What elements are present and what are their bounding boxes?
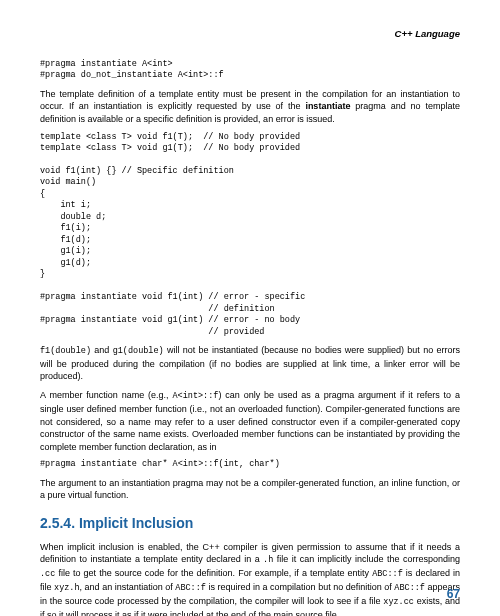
paragraph-implicit-inclusion: When implicit inclusion is enabled, the … (40, 541, 460, 616)
inline-code: g1(double) (113, 346, 164, 356)
para-text: , and an instantiation of (80, 582, 176, 592)
para-text: is required in a compilation but no defi… (206, 582, 394, 592)
keyword-instantiate: instantiate (305, 101, 350, 111)
inline-code: A<int>::f (172, 391, 218, 401)
inline-code: xyz.cc (383, 597, 414, 607)
inline-code: ABC::f (175, 583, 206, 593)
inline-code: f1(double) (40, 346, 91, 356)
paragraph-not-instantiated: f1(double) and g1(double) will not be in… (40, 344, 460, 383)
para-text: A member function name (e.g., (40, 390, 172, 400)
paragraph-instantiation-argument: The argument to an instantiation pragma … (40, 477, 460, 502)
inline-code: ABC::f (372, 569, 403, 579)
para-text: file to get the source code for the defi… (55, 568, 372, 578)
code-block-template-example: template <class T> void f1(T); // No bod… (40, 132, 460, 338)
para-text: file it can implicitly include the corre… (273, 554, 460, 564)
inline-code: xyz.h (54, 583, 80, 593)
inline-code: .h (263, 555, 273, 565)
code-block-pragma-instantiate: #pragma instantiate A<int> #pragma do_no… (40, 59, 460, 82)
page-number: 67 (447, 586, 460, 602)
code-block-pragma-char: #pragma instantiate char* A<int>::f(int,… (40, 459, 460, 470)
inline-code: ABC::f (394, 583, 425, 593)
paragraph-member-function: A member function name (e.g., A<int>::f)… (40, 389, 460, 453)
page-header-title: C++ Language (40, 28, 460, 41)
inline-code: .cc (40, 569, 55, 579)
para-text: and (91, 345, 113, 355)
paragraph-template-definition: The template definition of a template en… (40, 88, 460, 126)
section-heading-implicit-inclusion: 2.5.4. Implicit Inclusion (40, 514, 460, 533)
